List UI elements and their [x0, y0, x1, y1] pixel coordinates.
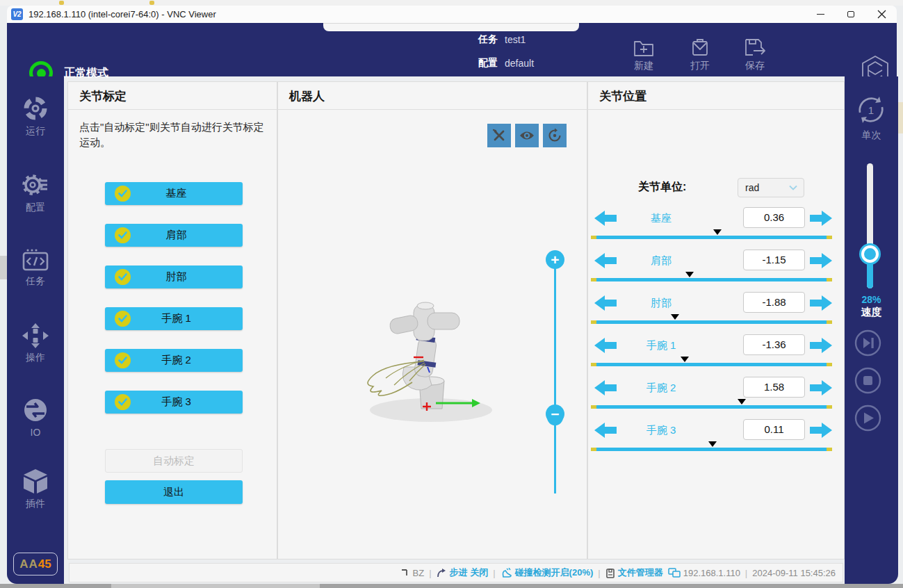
speed-slider-handle[interactable] — [861, 245, 879, 263]
chevron-down-icon — [789, 185, 797, 190]
jog-minus-arrow-icon[interactable] — [594, 379, 617, 397]
single-run-button[interactable]: 1 — [853, 93, 889, 129]
joint-row-base: 基座 0.36 — [588, 207, 845, 246]
badge-text-left: AA — [19, 557, 38, 571]
robot-3d-view[interactable] — [358, 297, 507, 432]
joint-value-input[interactable]: 0.36 — [743, 207, 805, 228]
joint-calibration-panel: 关节标定 点击"自动标定"则关节自动进行关节标定运动。 基座 肩部 肘部 手腕 … — [67, 81, 277, 560]
sidebar-item-label: IO — [7, 427, 64, 438]
badge-text-right: 45 — [38, 557, 51, 571]
config-gear-icon — [20, 171, 51, 199]
close-icon — [877, 10, 886, 19]
window-controls — [805, 6, 897, 23]
joint-value-input[interactable]: -1.15 — [743, 250, 805, 270]
jog-plus-arrow-icon[interactable] — [809, 252, 833, 270]
joint-name: 手腕 3 — [626, 424, 696, 437]
jog-plus-arrow-icon[interactable] — [809, 379, 833, 397]
maximize-button[interactable] — [836, 6, 866, 23]
io-icon — [21, 396, 50, 424]
vnc-app-icon: V2 — [11, 8, 23, 20]
view-visibility-button[interactable] — [515, 124, 539, 147]
view-settings-button[interactable] — [487, 124, 511, 147]
open-task-icon — [689, 37, 711, 58]
jog-minus-arrow-icon[interactable] — [594, 336, 617, 354]
window-titlebar: V2 192.168.1.110 (intel-corei7-64:0) - V… — [7, 6, 897, 23]
vnc-toolbar-overlay[interactable] — [323, 23, 579, 31]
close-button[interactable] — [866, 6, 897, 23]
joint-value-input[interactable]: 0.11 — [743, 419, 805, 440]
auto-calibrate-button[interactable]: 自动标定 — [105, 449, 243, 473]
joint-row-elbow: 肘部 -1.88 — [588, 292, 845, 331]
joint-row-shoulder: 肩部 -1.15 — [588, 250, 845, 288]
view-reset-rotation-button[interactable] — [543, 124, 567, 147]
svg-text:1: 1 — [868, 104, 874, 116]
sidebar-item-run[interactable]: 运行 — [7, 95, 64, 138]
collision-status[interactable]: 碰撞检测开启(20%) — [501, 566, 594, 579]
joint-value-input[interactable]: -1.36 — [743, 334, 805, 355]
exit-button[interactable]: 退出 — [105, 480, 243, 504]
robot-model-badge[interactable]: AA45 — [13, 553, 58, 575]
speed-percent: 28% — [845, 294, 898, 305]
calibrate-button-label: 手腕 3 — [131, 395, 222, 409]
sidebar-item-plugin[interactable]: 插件 — [7, 468, 64, 510]
jog-minus-arrow-icon[interactable] — [594, 209, 617, 227]
taskbar-edge-highlight — [111, 584, 320, 588]
step-mode-status[interactable]: 步进 关闭 — [437, 566, 489, 579]
joint-range-bar — [591, 448, 832, 451]
calibrate-wrist2-button[interactable]: 手腕 2 — [105, 349, 243, 372]
ip-address: 192.168.1.110 — [683, 568, 740, 578]
check-icon — [115, 311, 131, 327]
zoom-slider-track[interactable] — [554, 261, 556, 493]
joint-position-marker — [738, 399, 746, 405]
calibrate-button-label: 手腕 2 — [131, 354, 222, 367]
jog-minus-arrow-icon[interactable] — [594, 421, 617, 439]
task-label: 任务 — [478, 33, 498, 46]
joint-value-input[interactable]: 1.58 — [743, 377, 805, 398]
zoom-in-button[interactable]: + — [546, 250, 564, 269]
minimize-button[interactable] — [805, 6, 836, 23]
stop-button[interactable] — [854, 367, 881, 394]
jog-plus-arrow-icon[interactable] — [809, 336, 833, 354]
check-icon — [115, 186, 131, 202]
joint-value-input[interactable]: -1.88 — [743, 292, 805, 313]
config-value: default — [505, 58, 534, 69]
calibrate-button-label: 肘部 — [131, 270, 222, 284]
jog-plus-arrow-icon[interactable] — [809, 209, 833, 227]
joint-panel-title: 关节位置 — [588, 82, 844, 109]
joint-range-bar — [591, 320, 832, 324]
calibrate-wrist3-button[interactable]: 手腕 3 — [105, 391, 243, 414]
jog-minus-arrow-icon[interactable] — [594, 294, 617, 312]
remote-screen-icon — [668, 568, 681, 578]
window-title: 192.168.1.110 (intel-corei7-64:0) - VNC … — [29, 9, 216, 19]
joint-unit-select[interactable]: rad — [738, 178, 804, 197]
task-row: 任务 test1 — [478, 33, 526, 46]
new-task-button[interactable]: 新建 — [623, 37, 665, 72]
sidebar-item-operate[interactable]: 操作 — [7, 322, 64, 364]
joint-row-wrist3: 手腕 3 0.11 — [588, 419, 845, 458]
calibrate-shoulder-button[interactable]: 肩部 — [105, 224, 243, 247]
sidebar-item-label: 配置 — [7, 202, 64, 214]
jog-plus-arrow-icon[interactable] — [809, 294, 833, 312]
calibrate-wrist1-button[interactable]: 手腕 1 — [105, 307, 243, 330]
sidebar-item-task[interactable]: 任务 — [7, 247, 64, 288]
sidebar-item-io[interactable]: IO — [7, 396, 64, 438]
save-task-button[interactable]: 保存 — [734, 37, 776, 72]
jog-plus-arrow-icon[interactable] — [809, 421, 833, 439]
calibrate-elbow-button[interactable]: 肘部 — [105, 266, 243, 288]
step-next-button[interactable] — [854, 329, 881, 357]
eye-icon — [519, 129, 535, 142]
config-row: 配置 default — [478, 57, 534, 70]
robot-view-panel: 机器人 — [277, 81, 587, 560]
file-manager-link[interactable]: 文件管理器 — [605, 566, 663, 579]
separator: | — [429, 568, 431, 578]
open-task-button[interactable]: 打开 — [679, 37, 721, 72]
calibrate-button-label: 基座 — [131, 187, 222, 200]
file-manager-label: 文件管理器 — [618, 566, 663, 579]
zoom-out-button[interactable]: − — [546, 405, 564, 423]
sidebar-item-config[interactable]: 配置 — [7, 171, 64, 214]
joint-position-marker — [713, 229, 722, 235]
task-code-icon — [21, 247, 50, 272]
jog-minus-arrow-icon[interactable] — [594, 252, 617, 270]
calibrate-base-button[interactable]: 基座 — [105, 182, 243, 205]
play-button[interactable] — [854, 405, 881, 432]
